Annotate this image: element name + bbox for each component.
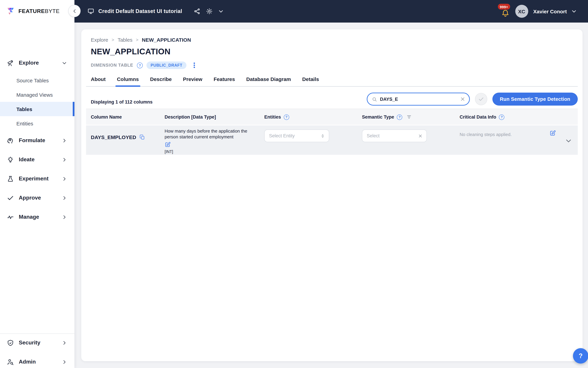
search-input[interactable] (380, 97, 457, 102)
breadcrumb-separator: > (136, 37, 138, 42)
bell-icon (501, 9, 509, 18)
page-title: NEW_APPLICATION (86, 47, 578, 56)
sidebar-item-label: Manage (19, 214, 57, 220)
chevron-right-icon (62, 359, 67, 364)
tab-bar: About Columns Describe Preview Features … (86, 76, 578, 87)
entity-select[interactable]: Select Entity (264, 129, 329, 142)
chevron-right-icon (62, 138, 67, 143)
sidebar-item-source-tables[interactable]: Source Tables (0, 73, 74, 87)
column-description: How many days before the application the… (165, 128, 251, 140)
sidebar-item-admin[interactable]: Admin (0, 354, 74, 368)
chevron-down-icon[interactable] (218, 9, 224, 14)
tab-columns[interactable]: Columns (117, 76, 139, 86)
sidebar-item-managed-views[interactable]: Managed Views (0, 87, 74, 102)
avatar[interactable]: XC (515, 5, 528, 18)
clear-search-icon[interactable] (460, 97, 465, 101)
help-icon[interactable]: ? (284, 114, 289, 120)
brand-logo: FEATUREBYTE (0, 0, 74, 23)
help-fab-button[interactable]: ? (573, 348, 588, 364)
help-icon[interactable]: ? (137, 62, 143, 68)
monitor-icon (87, 8, 94, 15)
header-description: Description [Data Type] (165, 109, 216, 125)
semantic-type-select[interactable]: Select (362, 129, 427, 142)
app-root: FEATUREBYTE Explore Source Tables Manage… (0, 0, 588, 368)
filter-icon[interactable] (407, 114, 412, 120)
topbar: Credit Default Dataset UI tutorial 999+ … (74, 0, 588, 23)
sidebar-item-experiment[interactable]: Experiment (0, 171, 74, 186)
tab-features[interactable]: Features (214, 76, 235, 86)
breadcrumb-tables[interactable]: Tables (118, 37, 133, 43)
header-label: Critical Data Info (460, 114, 496, 120)
table-type-label: DIMENSION TABLE (91, 63, 133, 68)
chevron-right-icon (62, 340, 67, 345)
sidebar: FEATUREBYTE Explore Source Tables Manage… (0, 0, 74, 368)
brand-name-bold: FEATURE (18, 8, 45, 14)
sidebar-nav: Explore Source Tables Managed Views Tabl… (0, 23, 74, 224)
tab-database-diagram[interactable]: Database Diagram (246, 76, 291, 86)
breadcrumb-explore[interactable]: Explore (91, 37, 108, 43)
chevron-down-icon (62, 60, 67, 65)
status-badge: PUBLIC_DRAFT (146, 62, 187, 69)
header-label: Semantic Type (362, 114, 394, 120)
share-icon[interactable] (194, 8, 201, 15)
column-name: DAYS_EMPLOYED (91, 134, 136, 140)
sidebar-item-label: Formulate (19, 137, 57, 144)
semantic-type-placeholder: Select (367, 133, 418, 138)
copy-icon[interactable] (139, 134, 145, 140)
pulse-icon (7, 213, 14, 221)
chevron-left-icon (72, 8, 77, 13)
sidebar-item-entities[interactable]: Entities (0, 116, 74, 130)
check-icon (7, 194, 14, 202)
notifications-button[interactable]: 999+ (500, 5, 511, 18)
sidebar-divider (0, 333, 74, 334)
workspace-group: Credit Default Dataset UI tutorial (74, 8, 224, 15)
table-header-row: Column Name Description [Data Type] Enti… (86, 109, 578, 125)
run-semantic-type-detection-button[interactable]: Run Semantic Type Detection (492, 92, 578, 106)
workspace-actions (194, 8, 224, 15)
sidebar-item-label: Experiment (19, 176, 57, 182)
content-card: Explore > Tables > NEW_APPLICATION NEW_A… (81, 29, 583, 361)
columns-table: Column Name Description [Data Type] Enti… (86, 109, 578, 155)
sidebar-item-explore[interactable]: Explore (0, 55, 74, 70)
chevron-right-icon (62, 176, 67, 181)
column-search (366, 92, 470, 106)
explore-subnav: Source Tables Managed Views Tables Entit… (0, 73, 74, 130)
help-icon[interactable]: ? (499, 114, 505, 120)
sidebar-item-tables[interactable]: Tables (0, 102, 74, 116)
kebab-menu-button[interactable] (192, 62, 197, 69)
search-icon (372, 97, 377, 102)
featurebyte-logo-icon (7, 7, 16, 16)
sidebar-item-security[interactable]: Security (0, 335, 74, 350)
header-label: Description [Data Type] (165, 114, 216, 120)
expand-row-chevron-icon[interactable] (565, 137, 572, 144)
workspace-title: Credit Default Dataset UI tutorial (98, 8, 182, 14)
notification-badge: 999+ (498, 4, 510, 9)
header-critical-data-info: Critical Data Info ? (460, 109, 505, 125)
head-gear-icon (7, 137, 14, 144)
tab-details[interactable]: Details (302, 76, 319, 86)
clear-icon[interactable] (418, 133, 423, 138)
tab-preview[interactable]: Preview (183, 76, 202, 86)
check-icon (478, 96, 484, 102)
breadcrumb-separator: > (112, 37, 114, 42)
sidebar-item-manage[interactable]: Manage (0, 210, 74, 224)
shield-check-icon (7, 339, 14, 346)
edit-cleaning-steps-icon[interactable] (549, 130, 556, 136)
table-meta-row: DIMENSION TABLE ? PUBLIC_DRAFT (86, 62, 578, 69)
tab-about[interactable]: About (91, 76, 106, 86)
help-icon[interactable]: ? (397, 114, 402, 120)
tab-describe[interactable]: Describe (150, 76, 172, 86)
sidebar-item-formulate[interactable]: Formulate (0, 133, 74, 148)
breadcrumb: Explore > Tables > NEW_APPLICATION (86, 37, 578, 43)
sidebar-item-ideate[interactable]: Ideate (0, 152, 74, 167)
accept-changes-button[interactable] (475, 93, 487, 105)
sidebar-item-label: Ideate (19, 156, 57, 163)
sidebar-item-approve[interactable]: Approve (0, 190, 74, 205)
edit-description-icon[interactable] (165, 141, 171, 147)
sidebar-collapse-button[interactable] (68, 5, 80, 17)
user-search-icon (7, 358, 14, 365)
user-group: 999+ XC Xavier Conort (500, 5, 588, 18)
header-label: Column Name (91, 114, 122, 120)
chevron-down-icon[interactable] (571, 9, 577, 14)
gear-icon[interactable] (206, 8, 213, 15)
